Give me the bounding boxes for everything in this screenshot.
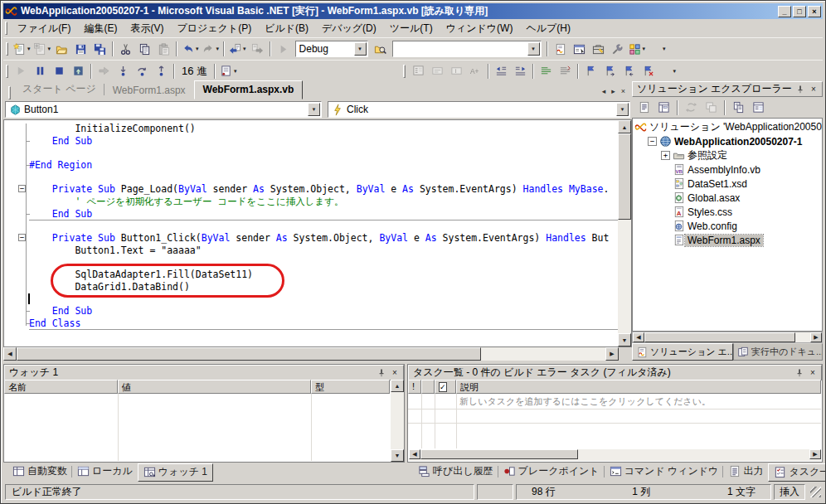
navigate-forward-button[interactable] <box>248 40 267 58</box>
scroll-right-icon[interactable]: ▶ <box>605 347 619 361</box>
collapse-box-icon[interactable]: − <box>18 185 26 192</box>
column-header-checkbox[interactable]: ✓ <box>435 380 456 394</box>
uncomment-button[interactable] <box>556 62 575 80</box>
tree-item-DataSet1.xsd[interactable]: DataSet1.xsd <box>633 177 822 191</box>
tree-item-Styles.css[interactable]: AStyles.css <box>633 205 822 219</box>
object-combo[interactable]: Button1 ▼ <box>5 101 322 118</box>
refresh-button[interactable] <box>682 99 701 117</box>
menu-item[interactable]: プロジェクト(P) <box>170 19 258 38</box>
show-next-statement-button[interactable] <box>95 62 114 80</box>
editor-horizontal-scrollbar[interactable]: ◀ ▶ <box>3 347 619 361</box>
increase-indent-button[interactable] <box>511 62 530 80</box>
copy-project-button[interactable] <box>702 99 721 117</box>
toolbar-options-button[interactable]: ▾ <box>658 62 678 80</box>
toggle-bookmark-button[interactable] <box>581 62 600 80</box>
tab-タスク一覧[interactable]: タスク一覧 <box>768 463 826 482</box>
column-header-型[interactable]: 型 <box>311 380 390 394</box>
scroll-left-icon[interactable]: ◀ <box>3 347 17 361</box>
stop-button[interactable] <box>50 62 69 80</box>
chevron-down-icon[interactable]: ▼ <box>354 42 367 56</box>
menu-item[interactable]: デバッグ(D) <box>315 19 383 38</box>
maximize-button[interactable]: □ <box>793 6 806 17</box>
tree-item-Global.asax[interactable]: Global.asax <box>633 191 822 205</box>
tab-スタート ページ[interactable]: スタート ページ <box>14 80 104 99</box>
tab-出力[interactable]: 出力 <box>723 463 768 480</box>
tab-自動変数[interactable]: 自動変数 <box>7 463 72 480</box>
decrease-indent-button[interactable] <box>492 62 511 80</box>
show-all-files-button[interactable] <box>729 99 748 117</box>
collapse-box-icon[interactable]: − <box>648 137 657 146</box>
column-header-名前[interactable]: 名前 <box>4 380 118 394</box>
menu-item[interactable]: ファイル(F) <box>11 19 77 38</box>
new-project-button[interactable]: ▾ <box>12 40 32 58</box>
complete-word-button[interactable]: A+ <box>466 62 485 80</box>
save-all-button[interactable] <box>90 40 109 58</box>
column-header-説明[interactable]: 説明 <box>456 380 821 394</box>
menu-item[interactable]: ツール(T) <box>383 19 440 38</box>
close-button[interactable]: × <box>808 6 821 17</box>
watch-vertical-scrollbar[interactable]: ▲ ▼ <box>391 380 404 462</box>
column-header-col[interactable] <box>421 380 435 394</box>
tab-WebForm1.aspx[interactable]: WebForm1.aspx <box>104 82 194 99</box>
navigate-back-button[interactable]: ▾ <box>227 40 248 58</box>
menu-item[interactable]: ウィンドウ(W) <box>440 19 520 38</box>
tab-ローカル[interactable]: ローカル <box>72 463 138 480</box>
menu-item[interactable]: ビルド(B) <box>258 19 315 38</box>
tab-WebForm1.aspx.vb[interactable]: WebForm1.aspx.vb <box>194 80 304 99</box>
step-over-button[interactable] <box>133 62 152 80</box>
paste-button[interactable] <box>154 40 173 58</box>
chevron-down-icon[interactable]: ▼ <box>616 103 629 116</box>
scroll-tabs-forward-icon[interactable]: ▸ <box>610 87 617 95</box>
code-lines[interactable]: InitializeComponent() End Sub#End Region… <box>4 120 618 346</box>
find-combo[interactable]: ▼ <box>392 41 542 57</box>
scroll-left-icon[interactable]: ◀ <box>409 449 420 459</box>
column-header-![interactable]: ! <box>408 380 421 394</box>
continue-button[interactable] <box>12 62 31 80</box>
redo-button[interactable]: ▾ <box>201 40 221 58</box>
code-area[interactable]: InitializeComponent() End Sub#End Region… <box>3 119 632 347</box>
menu-item[interactable]: 表示(V) <box>124 19 170 38</box>
tab-ウォッチ 1[interactable]: ウォッチ 1 <box>138 463 213 482</box>
scroll-left-icon[interactable]: ◀ <box>633 332 644 342</box>
scroll-tabs-back-icon[interactable]: ◂ <box>600 87 608 95</box>
close-icon[interactable]: × <box>807 367 819 378</box>
scroll-thumb[interactable] <box>618 133 631 220</box>
tools-button[interactable] <box>608 40 627 58</box>
minimize-button[interactable]: _ <box>778 6 791 17</box>
pause-button[interactable] <box>31 62 50 80</box>
tab-呼び出し履歴[interactable]: 呼び出し履歴 <box>413 463 498 480</box>
column-header-値[interactable]: 値 <box>118 380 311 394</box>
tree-item-WebForm1.aspx[interactable]: WebForm1.aspx <box>633 233 822 247</box>
undo-button[interactable]: ▾ <box>180 40 201 58</box>
scroll-thumb[interactable] <box>420 449 578 459</box>
close-document-icon[interactable]: × <box>620 87 627 95</box>
view-designer-button[interactable] <box>654 99 673 117</box>
close-icon[interactable]: × <box>389 367 401 378</box>
scroll-thumb[interactable] <box>644 332 795 342</box>
tree-item-ソリューション 'WebApplication20050207-[interactable]: ソリューション 'WebApplication20050207- <box>633 120 822 134</box>
add-item-button[interactable]: ▾ <box>32 40 53 58</box>
properties-window-button[interactable] <box>570 40 589 58</box>
collapse-box-icon[interactable]: − <box>18 234 26 241</box>
next-bookmark-button[interactable] <box>600 62 620 80</box>
scroll-right-icon[interactable]: ▶ <box>809 449 821 459</box>
expand-box-icon[interactable]: + <box>661 151 670 160</box>
view-code-button[interactable] <box>634 99 654 117</box>
tab-ブレークポイント[interactable]: ブレークポイント <box>498 463 605 480</box>
chevron-down-icon[interactable]: ▼ <box>308 103 320 116</box>
solution-explorer-button[interactable] <box>551 40 570 58</box>
member-list-button[interactable] <box>409 62 428 80</box>
cut-button[interactable] <box>116 40 135 58</box>
open-folder-button[interactable] <box>52 40 71 58</box>
task-placeholder-row[interactable]: 新しいタスクを追加するにはここをクリックしてください。 <box>459 395 711 408</box>
find-in-files-button[interactable] <box>371 40 390 58</box>
pin-icon[interactable] <box>794 84 806 94</box>
restart-button[interactable] <box>69 62 88 80</box>
scroll-down-icon[interactable]: ▼ <box>618 333 631 346</box>
scroll-up-icon[interactable]: ▲ <box>618 120 631 133</box>
resize-grip[interactable] <box>810 487 821 497</box>
menu-item[interactable]: ヘルプ(H) <box>519 19 577 38</box>
start-small-button[interactable] <box>274 40 293 58</box>
pin-icon[interactable] <box>794 367 805 378</box>
clear-bookmarks-button[interactable] <box>639 62 658 80</box>
